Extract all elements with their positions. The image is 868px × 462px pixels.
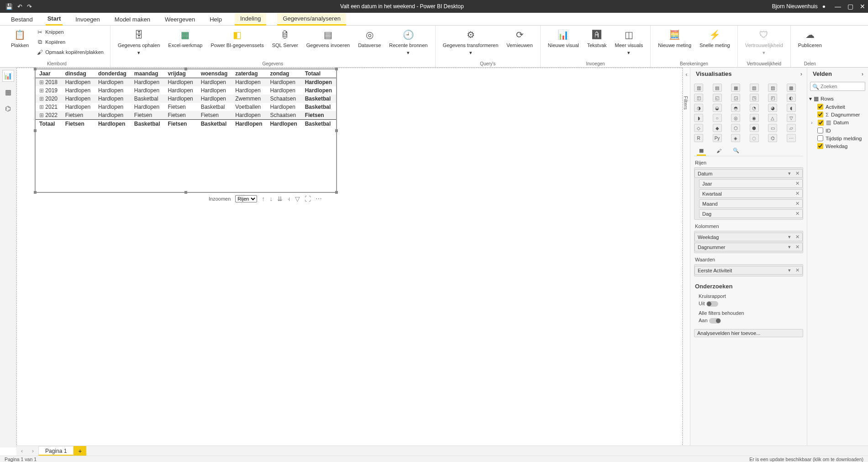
- viz-type-icon[interactable]: ◰: [768, 94, 777, 102]
- viz-type-icon[interactable]: ◳: [750, 94, 759, 102]
- field-item[interactable]: Activiteit: [809, 103, 866, 111]
- enter-data-button[interactable]: ▤Gegevens invoeren: [304, 27, 352, 60]
- expand-icon[interactable]: ⊞: [39, 96, 44, 102]
- paste-button[interactable]: 📋 Plakken: [8, 27, 32, 60]
- field-checkbox[interactable]: [817, 135, 823, 141]
- resize-handle[interactable]: [335, 191, 338, 194]
- matrix-row-header[interactable]: ⊞ 2019: [36, 86, 62, 95]
- values-pill-eerste-activiteit[interactable]: Eerste Activiteit▾✕: [694, 266, 803, 275]
- viz-type-icon[interactable]: ◇: [694, 124, 703, 132]
- viz-type-icon[interactable]: ⬡: [731, 124, 740, 132]
- get-data-button[interactable]: 🗄Gegevens ophalen▾: [115, 27, 163, 60]
- resize-handle[interactable]: [34, 68, 37, 70]
- matrix-row[interactable]: ⊞ 2019HardlopenHardlopenHardlopenHardlop…: [36, 86, 336, 95]
- excel-button[interactable]: ▦Excel-werkmap: [165, 27, 205, 60]
- expand-all-icon[interactable]: ⇊: [277, 195, 283, 202]
- sql-server-button[interactable]: 🛢SQL Server: [269, 27, 301, 60]
- viz-type-icon[interactable]: ◫: [694, 94, 703, 102]
- chevron-right-icon[interactable]: ›: [811, 120, 815, 125]
- user-info[interactable]: Bjorn Nieuwenhuis ●: [772, 3, 826, 10]
- viz-type-icon[interactable]: ▱: [787, 124, 796, 132]
- crossreport-toggle[interactable]: [706, 301, 718, 307]
- analytics-subtab[interactable]: 🔍: [731, 147, 741, 156]
- matrix-row-header[interactable]: ⊞ 2018: [36, 78, 62, 87]
- remove-field-icon[interactable]: ✕: [795, 201, 800, 207]
- tab-start[interactable]: Start: [46, 13, 63, 26]
- viz-type-icon[interactable]: ◗: [694, 114, 703, 122]
- viz-type-icon[interactable]: ▤: [713, 84, 722, 92]
- rows-pill-jaar[interactable]: Jaar✕: [699, 179, 803, 188]
- viz-type-icon[interactable]: ◆: [713, 124, 722, 132]
- viz-type-icon[interactable]: ▩: [787, 84, 796, 92]
- matrix-col-header[interactable]: Jaar: [36, 69, 62, 78]
- viz-type-icon[interactable]: ◈: [731, 134, 740, 142]
- expand-icon[interactable]: ⊞: [39, 112, 44, 118]
- viz-type-icon[interactable]: ▭: [768, 124, 777, 132]
- data-view-button[interactable]: ▦: [3, 87, 14, 98]
- page-nav-prev[interactable]: ‹: [16, 446, 27, 456]
- viz-type-icon[interactable]: R: [694, 134, 703, 142]
- format-subtab[interactable]: 🖌: [714, 147, 723, 156]
- tab-indeling[interactable]: Indeling: [235, 13, 267, 26]
- more-options-icon[interactable]: ⋯: [316, 195, 322, 202]
- tab-bestand[interactable]: Bestand: [9, 14, 35, 25]
- keepfilters-toggle[interactable]: [709, 318, 721, 324]
- fields-table-rows[interactable]: ▾ ▦ Rows: [809, 95, 866, 103]
- field-checkbox[interactable]: [817, 127, 823, 133]
- viz-type-icon[interactable]: ◉: [750, 114, 759, 122]
- matrix-row[interactable]: ⊞ 2020HardlopenHardlopenBasketbalHardlop…: [36, 95, 336, 103]
- columns-field-well[interactable]: Weekdag▾✕ Dagnummer▾✕: [694, 231, 803, 253]
- resize-handle[interactable]: [34, 191, 37, 194]
- format-painter-button[interactable]: 🖌Opmaak kopiëren/plakken: [34, 48, 105, 57]
- field-checkbox[interactable]: [817, 143, 823, 149]
- dataverse-button[interactable]: ◎Dataverse: [355, 27, 384, 60]
- expand-next-icon[interactable]: ⫞: [287, 195, 290, 202]
- viz-type-icon[interactable]: Py: [713, 134, 722, 142]
- matrix-col-header[interactable]: maandag: [131, 69, 164, 78]
- fields-subtab[interactable]: ▦: [697, 147, 706, 156]
- columns-pill-dagnummer[interactable]: Dagnummer▾✕: [694, 243, 803, 251]
- field-checkbox[interactable]: [817, 112, 823, 117]
- viz-type-icon[interactable]: ◎: [731, 114, 740, 122]
- matrix-col-header[interactable]: zondag: [266, 69, 301, 78]
- tab-modelmaken[interactable]: Model maken: [113, 14, 152, 25]
- save-icon[interactable]: 💾: [5, 3, 13, 10]
- viz-type-icon[interactable]: ◑: [694, 104, 703, 112]
- close-button[interactable]: ✕: [860, 3, 865, 10]
- matrix-row[interactable]: ⊞ 2021HardlopenHardlopenHardlopenFietsen…: [36, 103, 336, 111]
- rows-pill-maand[interactable]: Maand✕: [699, 199, 803, 208]
- viz-type-icon[interactable]: ◒: [713, 104, 722, 112]
- report-canvas[interactable]: Jaardinsdagdonderdagmaandagvrijdagwoensd…: [16, 68, 683, 447]
- viz-type-icon[interactable]: ◐: [787, 94, 796, 102]
- rows-pill-kwartaal[interactable]: Kwartaal✕: [699, 189, 803, 198]
- model-view-button[interactable]: ⌬: [3, 103, 14, 114]
- expand-icon[interactable]: ⊞: [39, 104, 44, 110]
- refresh-button[interactable]: ⟳Vernieuwen: [504, 27, 536, 60]
- matrix-col-header[interactable]: Totaal: [301, 69, 336, 78]
- matrix-col-header[interactable]: woensdag: [197, 69, 232, 78]
- resize-handle[interactable]: [184, 68, 187, 70]
- quick-measure-button[interactable]: ⚡Snelle meting: [697, 27, 733, 60]
- field-item[interactable]: ΣDagnummer: [809, 111, 866, 118]
- field-item[interactable]: Weekdag: [809, 142, 866, 150]
- matrix-row[interactable]: ⊞ 2022FietsenHardlopenFietsenFietsenFiet…: [36, 111, 336, 120]
- viz-type-icon[interactable]: ⌬: [768, 134, 777, 142]
- drill-down-icon[interactable]: ↓: [269, 195, 273, 202]
- copy-button[interactable]: ⧉Kopiëren: [34, 37, 105, 47]
- rows-field-well[interactable]: Datum▾✕ Jaar✕ Kwartaal✕ Maand✕ Dag✕: [694, 167, 803, 220]
- tab-invoegen[interactable]: Invoegen: [74, 14, 102, 25]
- remove-field-icon[interactable]: ✕: [795, 211, 800, 217]
- field-item[interactable]: Tijdstip melding: [809, 134, 866, 142]
- rows-pill-datum[interactable]: Datum▾✕: [694, 169, 803, 178]
- matrix-row-header[interactable]: ⊞ 2022: [36, 111, 62, 120]
- viz-type-icon[interactable]: ◔: [750, 104, 759, 112]
- tab-gegevens-analyseren[interactable]: Gegevens/analyseren: [277, 13, 346, 26]
- viz-type-icon[interactable]: ◓: [731, 104, 740, 112]
- field-item[interactable]: ID: [809, 127, 866, 134]
- drillthrough-add-placeholder[interactable]: Analysevelden hier toevoe...: [694, 329, 803, 337]
- viz-type-icon[interactable]: ◲: [731, 94, 740, 102]
- filters-expand-icon[interactable]: ‹: [683, 71, 690, 78]
- rows-pill-dag[interactable]: Dag✕: [699, 209, 803, 218]
- inzoomen-select[interactable]: Rijen: [235, 195, 257, 202]
- viz-type-icon[interactable]: ◌: [750, 134, 759, 142]
